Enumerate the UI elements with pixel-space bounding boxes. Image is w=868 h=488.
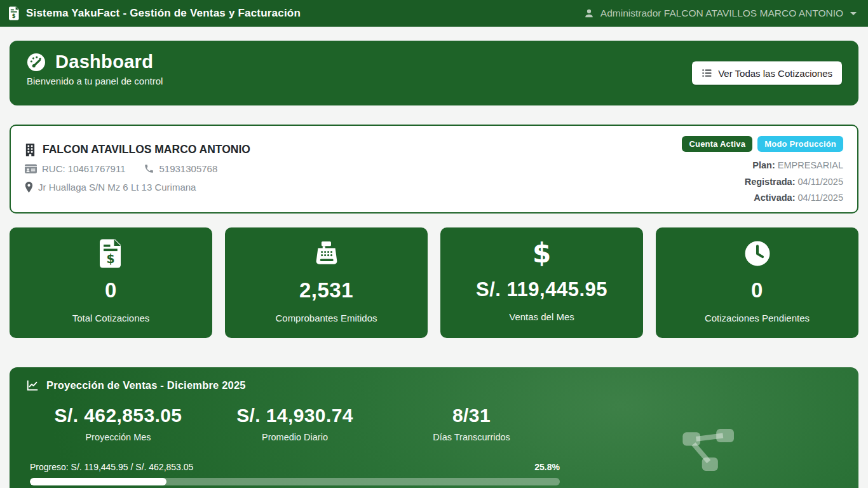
projection-label: Días Transcurridos xyxy=(383,432,560,442)
projection-value: S/. 462,853.05 xyxy=(30,405,207,426)
plan-label: Plan: xyxy=(752,160,775,170)
projection-label: Promedio Diario xyxy=(207,432,383,442)
progress-header: Progreso: S/. 119,445.95 / S/. 462,853.0… xyxy=(30,462,560,472)
app-title: Sistema YakuFact - Gestión de Ventas y F… xyxy=(26,7,301,20)
projection-value: S/. 14,930.74 xyxy=(207,405,383,426)
dashboard-header-card: Dashboard Bienvenido a tu panel de contr… xyxy=(10,41,858,105)
user-menu-dropdown[interactable]: Administrador FALCON ATAVILLOS MARCO ANT… xyxy=(583,8,857,19)
company-ruc-text: RUC: 10461767911 xyxy=(42,163,125,174)
id-card-icon xyxy=(25,164,37,173)
company-contact-row: RUC: 10461767911 51931305768 xyxy=(25,163,250,174)
view-all-quotes-button[interactable]: Ver Todas las Cotizaciones xyxy=(692,62,842,85)
activated-label: Activada: xyxy=(754,193,795,203)
chart-line-icon xyxy=(27,380,39,391)
company-address-text: Jr Huallaga S/N Mz 6 Lt 13 Curimana xyxy=(38,182,196,193)
activated-line: Activada: 04/11/2025 xyxy=(682,190,843,207)
company-details: FALCON ATAVILLOS MARCO ANTONIO xyxy=(25,136,250,202)
stat-label: Total Cotizaciones xyxy=(10,313,212,323)
cash-register-icon xyxy=(225,238,428,269)
stat-label: Ventas del Mes xyxy=(440,311,643,322)
app-brand: $ Sistema YakuFact - Gestión de Ventas y… xyxy=(9,6,301,20)
stat-card-pending-quotes: 0 Cotizaciones Pendientes xyxy=(656,227,858,338)
file-invoice-dollar-icon: $ xyxy=(9,6,20,20)
file-invoice-dollar-icon: $ xyxy=(10,238,212,269)
registered-line: Registrada: 04/11/2025 xyxy=(682,174,843,191)
plan-line: Plan: EMPRESARIAL xyxy=(682,158,843,174)
progress-bar-fill xyxy=(30,478,166,485)
progress-label: Progreso: S/. 119,445.95 / S/. 462,853.0… xyxy=(30,462,193,472)
projection-title-row: Proyección de Ventas - Diciembre 2025 xyxy=(21,379,847,391)
project-diagram-icon xyxy=(681,426,735,473)
page: { "navbar": { "title": "Sistema YakuFact… xyxy=(0,0,868,488)
activated-value: 04/11/2025 xyxy=(798,193,844,203)
dollar-sign-icon: $ xyxy=(440,238,643,269)
company-info-card: FALCON ATAVILLOS MARCO ANTONIO xyxy=(10,125,858,214)
map-marker-icon xyxy=(25,182,33,193)
company-ruc: RUC: 10461767911 xyxy=(25,163,125,174)
progress-percent: 25.8% xyxy=(534,462,560,472)
account-status-panel: Cuenta Activa Modo Producción Plan: EMPR… xyxy=(682,136,843,202)
progress-block: Progreso: S/. 119,445.95 / S/. 462,853.0… xyxy=(30,462,560,485)
company-phone: 51931305768 xyxy=(144,163,217,174)
status-badges: Cuenta Activa Modo Producción xyxy=(682,136,843,152)
sales-projection-card: Proyección de Ventas - Diciembre 2025 S/… xyxy=(10,367,858,488)
projection-title: Proyección de Ventas - Diciembre 2025 xyxy=(46,379,246,391)
view-all-quotes-label: Ver Todas las Cotizaciones xyxy=(718,68,832,79)
page-title: Dashboard xyxy=(55,51,153,72)
stat-value: 2,531 xyxy=(225,278,428,302)
account-active-badge: Cuenta Activa xyxy=(682,136,752,152)
projection-body: S/. 462,853.05 Proyección Mes S/. 14,930… xyxy=(21,405,847,488)
company-name-row: FALCON ATAVILLOS MARCO ANTONIO xyxy=(25,143,250,156)
list-icon xyxy=(702,68,712,79)
days-elapsed-stat: 8/31 Días Transcurridos xyxy=(383,405,560,442)
account-meta: Plan: EMPRESARIAL Registrada: 04/11/2025… xyxy=(682,158,843,207)
user-icon xyxy=(583,8,595,19)
registered-value: 04/11/2025 xyxy=(798,177,844,187)
svg-text:$: $ xyxy=(106,252,114,266)
projection-label: Proyección Mes xyxy=(30,432,207,442)
company-name: FALCON ATAVILLOS MARCO ANTONIO xyxy=(43,143,250,156)
projection-stats-row: S/. 462,853.05 Proyección Mes S/. 14,930… xyxy=(30,405,560,442)
daily-average-stat: S/. 14,930.74 Promedio Diario xyxy=(207,405,383,442)
stat-label: Comprobantes Emitidos xyxy=(225,313,428,323)
user-name: Administrador FALCON ATAVILLOS MARCO ANT… xyxy=(600,8,843,19)
company-address: Jr Huallaga S/N Mz 6 Lt 13 Curimana xyxy=(25,182,250,193)
stat-card-receipts-issued: 2,531 Comprobantes Emitidos xyxy=(225,227,428,338)
progress-bar-track xyxy=(30,478,560,485)
stat-value: 0 xyxy=(656,278,858,302)
stat-card-total-quotes: $ 0 Total Cotizaciones xyxy=(10,227,212,338)
stat-value: S/. 119,445.95 xyxy=(440,278,643,301)
production-mode-badge: Modo Producción xyxy=(757,136,843,152)
projection-value: 8/31 xyxy=(383,405,560,426)
projection-left-column: S/. 462,853.05 Proyección Mes S/. 14,930… xyxy=(21,405,569,488)
registered-label: Registrada: xyxy=(745,177,796,187)
company-phone-text: 51931305768 xyxy=(159,163,217,174)
svg-text:$: $ xyxy=(12,13,16,19)
top-navbar: $ Sistema YakuFact - Gestión de Ventas y… xyxy=(0,0,868,27)
stats-grid: $ 0 Total Cotizaciones 2,531 xyxy=(10,227,858,338)
stat-card-month-sales: $ S/. 119,445.95 Ventas del Mes xyxy=(440,227,643,338)
phone-icon xyxy=(144,164,154,173)
building-icon xyxy=(25,144,36,156)
stat-value: 0 xyxy=(10,278,212,302)
plan-value: EMPRESARIAL xyxy=(778,160,843,170)
dashboard-gauge-icon xyxy=(26,52,46,72)
stat-label: Cotizaciones Pendientes xyxy=(656,313,858,323)
projection-month-stat: S/. 462,853.05 Proyección Mes xyxy=(30,405,207,442)
caret-down-icon xyxy=(850,12,857,15)
projection-right-column: Basado en el promedio diario de ventas h… xyxy=(569,405,847,488)
clock-icon xyxy=(656,238,858,269)
main-content: Dashboard Bienvenido a tu panel de contr… xyxy=(0,27,868,488)
